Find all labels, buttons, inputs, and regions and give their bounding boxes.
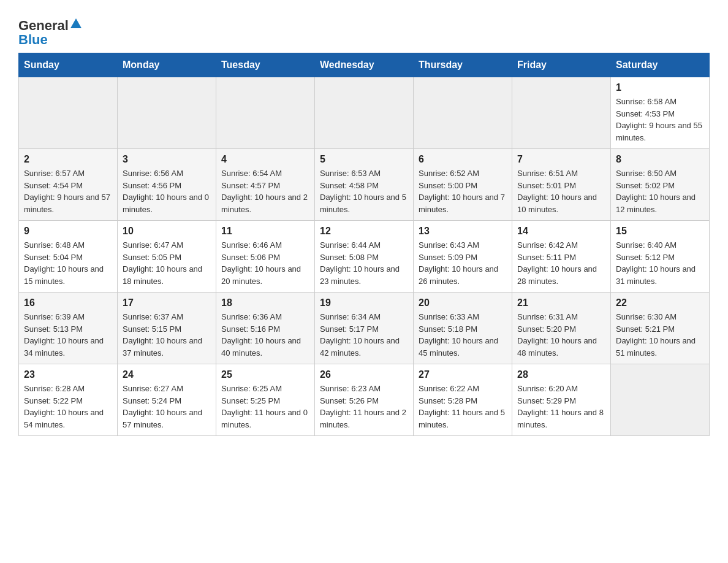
calendar-cell: 19Sunrise: 6:34 AMSunset: 5:17 PMDayligh… [315,293,414,364]
day-info: Sunrise: 6:51 AMSunset: 5:01 PMDaylight:… [517,167,605,215]
day-number: 24 [123,369,211,380]
day-info: Sunrise: 6:42 AMSunset: 5:11 PMDaylight:… [517,239,605,287]
calendar-cell: 27Sunrise: 6:22 AMSunset: 5:28 PMDayligh… [414,364,512,436]
calendar-cell: 10Sunrise: 6:47 AMSunset: 5:05 PMDayligh… [118,221,216,293]
day-info: Sunrise: 6:43 AMSunset: 5:09 PMDaylight:… [419,239,507,287]
day-number: 2 [24,154,112,165]
day-number: 3 [123,154,211,165]
day-number: 19 [320,297,408,308]
day-number: 14 [517,226,605,237]
calendar-cell [19,77,118,149]
weekday-header-saturday: Saturday [611,53,710,77]
calendar-cell [611,364,710,436]
calendar-header: SundayMondayTuesdayWednesdayThursdayFrid… [19,53,710,77]
calendar-cell: 5Sunrise: 6:53 AMSunset: 4:58 PMDaylight… [315,149,414,221]
day-info: Sunrise: 6:46 AMSunset: 5:06 PMDaylight:… [221,239,309,287]
day-info: Sunrise: 6:36 AMSunset: 5:16 PMDaylight:… [221,311,309,359]
day-number: 9 [24,226,112,237]
day-number: 7 [517,154,605,165]
day-info: Sunrise: 6:23 AMSunset: 5:26 PMDaylight:… [320,383,408,431]
page-header: General Blue [18,12,710,47]
day-number: 13 [419,226,507,237]
day-number: 15 [616,226,704,237]
logo-text-general: General [18,19,69,33]
day-info: Sunrise: 6:28 AMSunset: 5:22 PMDaylight:… [24,383,112,431]
weekday-header-thursday: Thursday [414,53,512,77]
day-info: Sunrise: 6:39 AMSunset: 5:13 PMDaylight:… [24,311,112,359]
weekday-header-sunday: Sunday [19,53,118,77]
calendar-cell: 17Sunrise: 6:37 AMSunset: 5:15 PMDayligh… [118,293,216,364]
calendar-cell: 20Sunrise: 6:33 AMSunset: 5:18 PMDayligh… [414,293,512,364]
week-row-2: 2Sunrise: 6:57 AMSunset: 4:54 PMDaylight… [19,149,710,221]
day-info: Sunrise: 6:57 AMSunset: 4:54 PMDaylight:… [24,167,112,215]
calendar-cell [315,77,414,149]
day-number: 28 [517,369,605,380]
calendar-cell: 18Sunrise: 6:36 AMSunset: 5:16 PMDayligh… [216,293,315,364]
calendar-cell: 16Sunrise: 6:39 AMSunset: 5:13 PMDayligh… [19,293,118,364]
calendar-cell [512,77,611,149]
day-info: Sunrise: 6:56 AMSunset: 4:56 PMDaylight:… [123,167,211,215]
day-number: 12 [320,226,408,237]
calendar-cell: 21Sunrise: 6:31 AMSunset: 5:20 PMDayligh… [512,293,611,364]
calendar-cell: 11Sunrise: 6:46 AMSunset: 5:06 PMDayligh… [216,221,315,293]
day-info: Sunrise: 6:30 AMSunset: 5:21 PMDaylight:… [616,311,704,359]
day-number: 20 [419,297,507,308]
day-info: Sunrise: 6:20 AMSunset: 5:29 PMDaylight:… [517,383,605,431]
calendar-cell: 12Sunrise: 6:44 AMSunset: 5:08 PMDayligh… [315,221,414,293]
day-info: Sunrise: 6:40 AMSunset: 5:12 PMDaylight:… [616,239,704,287]
weekday-header-monday: Monday [118,53,216,77]
calendar-cell: 6Sunrise: 6:52 AMSunset: 5:00 PMDaylight… [414,149,512,221]
week-row-4: 16Sunrise: 6:39 AMSunset: 5:13 PMDayligh… [19,293,710,364]
day-number: 1 [616,82,704,93]
calendar-cell: 15Sunrise: 6:40 AMSunset: 5:12 PMDayligh… [611,221,710,293]
day-info: Sunrise: 6:53 AMSunset: 4:58 PMDaylight:… [320,167,408,215]
calendar-cell: 26Sunrise: 6:23 AMSunset: 5:26 PMDayligh… [315,364,414,436]
week-row-5: 23Sunrise: 6:28 AMSunset: 5:22 PMDayligh… [19,364,710,436]
logo: General Blue [18,12,82,47]
day-info: Sunrise: 6:58 AMSunset: 4:53 PMDaylight:… [616,96,704,144]
calendar-cell: 1Sunrise: 6:58 AMSunset: 4:53 PMDaylight… [611,77,710,149]
day-number: 4 [221,154,309,165]
day-number: 27 [419,369,507,380]
week-row-3: 9Sunrise: 6:48 AMSunset: 5:04 PMDaylight… [19,221,710,293]
calendar-cell: 25Sunrise: 6:25 AMSunset: 5:25 PMDayligh… [216,364,315,436]
weekday-header-row: SundayMondayTuesdayWednesdayThursdayFrid… [19,53,710,77]
calendar-cell: 24Sunrise: 6:27 AMSunset: 5:24 PMDayligh… [118,364,216,436]
day-info: Sunrise: 6:52 AMSunset: 5:00 PMDaylight:… [419,167,507,215]
calendar-cell: 4Sunrise: 6:54 AMSunset: 4:57 PMDaylight… [216,149,315,221]
day-info: Sunrise: 6:31 AMSunset: 5:20 PMDaylight:… [517,311,605,359]
day-info: Sunrise: 6:37 AMSunset: 5:15 PMDaylight:… [123,311,211,359]
day-info: Sunrise: 6:54 AMSunset: 4:57 PMDaylight:… [221,167,309,215]
calendar-cell: 22Sunrise: 6:30 AMSunset: 5:21 PMDayligh… [611,293,710,364]
weekday-header-friday: Friday [512,53,611,77]
day-number: 6 [419,154,507,165]
day-number: 5 [320,154,408,165]
day-number: 10 [123,226,211,237]
calendar-cell: 8Sunrise: 6:50 AMSunset: 5:02 PMDaylight… [611,149,710,221]
day-number: 8 [616,154,704,165]
weekday-header-tuesday: Tuesday [216,53,315,77]
day-number: 21 [517,297,605,308]
day-info: Sunrise: 6:44 AMSunset: 5:08 PMDaylight:… [320,239,408,287]
day-number: 18 [221,297,309,308]
day-info: Sunrise: 6:33 AMSunset: 5:18 PMDaylight:… [419,311,507,359]
calendar-cell [414,77,512,149]
day-number: 16 [24,297,112,308]
weekday-header-wednesday: Wednesday [315,53,414,77]
svg-marker-0 [70,18,82,28]
day-number: 17 [123,297,211,308]
day-info: Sunrise: 6:47 AMSunset: 5:05 PMDaylight:… [123,239,211,287]
calendar-cell: 14Sunrise: 6:42 AMSunset: 5:11 PMDayligh… [512,221,611,293]
day-info: Sunrise: 6:50 AMSunset: 5:02 PMDaylight:… [616,167,704,215]
day-info: Sunrise: 6:27 AMSunset: 5:24 PMDaylight:… [123,383,211,431]
calendar-cell: 28Sunrise: 6:20 AMSunset: 5:29 PMDayligh… [512,364,611,436]
logo-text-blue: Blue [18,32,48,47]
day-info: Sunrise: 6:25 AMSunset: 5:25 PMDaylight:… [221,383,309,431]
calendar-cell: 7Sunrise: 6:51 AMSunset: 5:01 PMDaylight… [512,149,611,221]
day-number: 26 [320,369,408,380]
calendar-cell: 9Sunrise: 6:48 AMSunset: 5:04 PMDaylight… [19,221,118,293]
day-number: 23 [24,369,112,380]
calendar-cell: 13Sunrise: 6:43 AMSunset: 5:09 PMDayligh… [414,221,512,293]
day-number: 11 [221,226,309,237]
calendar-cell: 3Sunrise: 6:56 AMSunset: 4:56 PMDaylight… [118,149,216,221]
